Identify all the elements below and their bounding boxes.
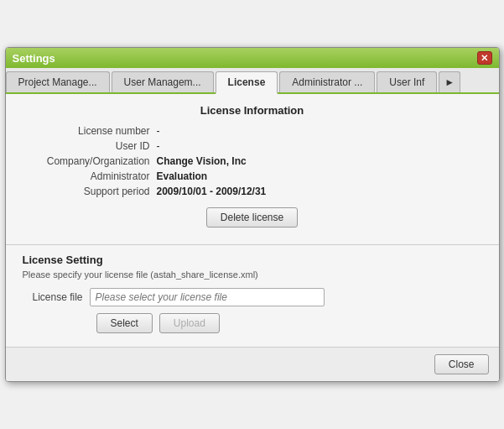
tab-project-manage[interactable]: Project Manage... bbox=[6, 71, 110, 92]
administrator-label: Administrator bbox=[23, 170, 157, 182]
support-period-label: Support period bbox=[23, 186, 157, 197]
license-file-label: License file bbox=[23, 291, 90, 303]
license-buttons-row: Select Upload bbox=[23, 313, 482, 333]
upload-button[interactable]: Upload bbox=[159, 313, 220, 333]
license-info-title: License Information bbox=[23, 104, 482, 117]
license-file-row: License file bbox=[23, 288, 482, 306]
license-info-table: License number - User ID - Company/Organ… bbox=[23, 125, 482, 197]
title-close-button[interactable]: ✕ bbox=[477, 51, 492, 65]
delete-license-button[interactable]: Delete license bbox=[206, 207, 298, 228]
tab-administrator[interactable]: Administrator ... bbox=[279, 71, 375, 92]
tab-bar: Project Manage... User Managem... Licens… bbox=[6, 68, 499, 94]
license-info-section: License Information License number - Use… bbox=[6, 94, 499, 347]
settings-dialog: Settings ✕ Project Manage... User Manage… bbox=[5, 47, 500, 382]
license-info-content: License Information License number - Use… bbox=[6, 94, 499, 244]
select-button[interactable]: Select bbox=[96, 313, 153, 333]
license-setting-description: Please specify your license file (astah_… bbox=[23, 269, 482, 280]
tab-more-button[interactable]: ► bbox=[439, 71, 460, 92]
tab-license[interactable]: License bbox=[216, 71, 278, 94]
license-number-label: License number bbox=[23, 125, 157, 137]
dialog-title: Settings bbox=[13, 52, 55, 65]
user-id-label: User ID bbox=[23, 140, 157, 152]
support-period-row: Support period 2009/10/01 - 2009/12/31 bbox=[23, 186, 482, 197]
delete-license-row: Delete license bbox=[23, 207, 482, 228]
user-id-row: User ID - bbox=[23, 140, 482, 152]
dialog-footer: Close bbox=[6, 347, 499, 381]
tab-user-info[interactable]: User Inf bbox=[377, 71, 437, 92]
administrator-value: Evaluation bbox=[157, 170, 482, 182]
company-value: Change Vision, Inc bbox=[157, 155, 482, 167]
license-setting-section: License Setting Please specify your lice… bbox=[6, 245, 499, 347]
administrator-row: Administrator Evaluation bbox=[23, 170, 482, 182]
license-number-value: - bbox=[157, 125, 482, 137]
tab-user-management[interactable]: User Managem... bbox=[112, 71, 214, 92]
support-period-value: 2009/10/01 - 2009/12/31 bbox=[157, 186, 482, 197]
company-row: Company/Organization Change Vision, Inc bbox=[23, 155, 482, 167]
company-label: Company/Organization bbox=[23, 155, 157, 167]
license-setting-title: License Setting bbox=[23, 254, 482, 266]
close-button[interactable]: Close bbox=[434, 354, 489, 374]
title-bar: Settings ✕ bbox=[6, 48, 499, 68]
user-id-value: - bbox=[157, 140, 482, 152]
license-file-input[interactable] bbox=[90, 288, 325, 306]
license-number-row: License number - bbox=[23, 125, 482, 137]
